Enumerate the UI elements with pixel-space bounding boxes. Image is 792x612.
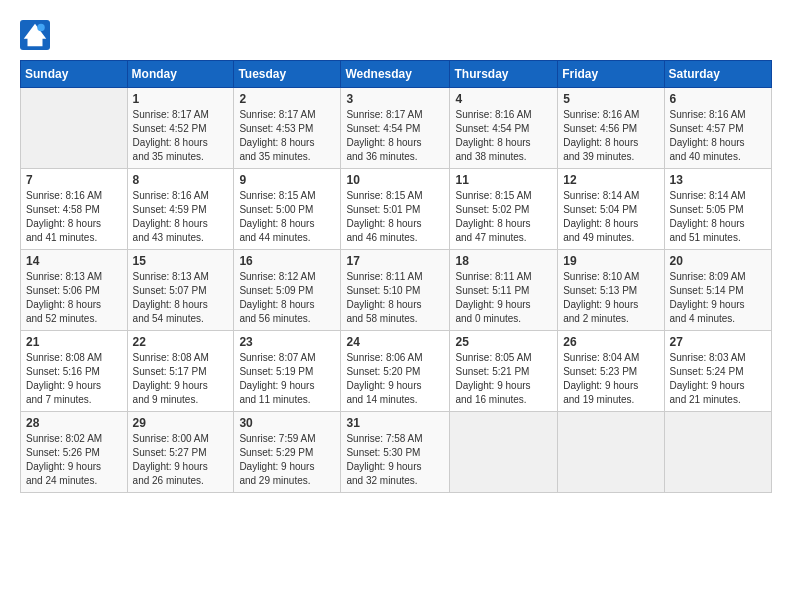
day-info: Sunrise: 8:13 AM Sunset: 5:06 PM Dayligh… (26, 270, 122, 326)
calendar-cell: 18Sunrise: 8:11 AM Sunset: 5:11 PM Dayli… (450, 250, 558, 331)
calendar-cell: 27Sunrise: 8:03 AM Sunset: 5:24 PM Dayli… (664, 331, 771, 412)
day-info: Sunrise: 8:14 AM Sunset: 5:04 PM Dayligh… (563, 189, 658, 245)
day-number: 31 (346, 416, 444, 430)
day-info: Sunrise: 8:15 AM Sunset: 5:02 PM Dayligh… (455, 189, 552, 245)
day-number: 29 (133, 416, 229, 430)
day-of-week-header: Wednesday (341, 61, 450, 88)
calendar-cell: 20Sunrise: 8:09 AM Sunset: 5:14 PM Dayli… (664, 250, 771, 331)
days-header-row: SundayMondayTuesdayWednesdayThursdayFrid… (21, 61, 772, 88)
day-info: Sunrise: 7:59 AM Sunset: 5:29 PM Dayligh… (239, 432, 335, 488)
day-number: 25 (455, 335, 552, 349)
calendar-cell: 12Sunrise: 8:14 AM Sunset: 5:04 PM Dayli… (558, 169, 664, 250)
day-info: Sunrise: 8:16 AM Sunset: 4:58 PM Dayligh… (26, 189, 122, 245)
day-number: 26 (563, 335, 658, 349)
day-info: Sunrise: 8:17 AM Sunset: 4:52 PM Dayligh… (133, 108, 229, 164)
calendar-cell: 13Sunrise: 8:14 AM Sunset: 5:05 PM Dayli… (664, 169, 771, 250)
day-info: Sunrise: 8:08 AM Sunset: 5:17 PM Dayligh… (133, 351, 229, 407)
day-info: Sunrise: 7:58 AM Sunset: 5:30 PM Dayligh… (346, 432, 444, 488)
day-info: Sunrise: 8:07 AM Sunset: 5:19 PM Dayligh… (239, 351, 335, 407)
day-number: 15 (133, 254, 229, 268)
day-info: Sunrise: 8:16 AM Sunset: 4:54 PM Dayligh… (455, 108, 552, 164)
calendar-cell: 15Sunrise: 8:13 AM Sunset: 5:07 PM Dayli… (127, 250, 234, 331)
calendar-cell: 2Sunrise: 8:17 AM Sunset: 4:53 PM Daylig… (234, 88, 341, 169)
day-info: Sunrise: 8:03 AM Sunset: 5:24 PM Dayligh… (670, 351, 766, 407)
day-number: 20 (670, 254, 766, 268)
calendar-week-row: 1Sunrise: 8:17 AM Sunset: 4:52 PM Daylig… (21, 88, 772, 169)
calendar-week-row: 14Sunrise: 8:13 AM Sunset: 5:06 PM Dayli… (21, 250, 772, 331)
day-number: 9 (239, 173, 335, 187)
calendar-cell: 7Sunrise: 8:16 AM Sunset: 4:58 PM Daylig… (21, 169, 128, 250)
day-number: 23 (239, 335, 335, 349)
day-number: 22 (133, 335, 229, 349)
day-info: Sunrise: 8:02 AM Sunset: 5:26 PM Dayligh… (26, 432, 122, 488)
calendar-cell: 3Sunrise: 8:17 AM Sunset: 4:54 PM Daylig… (341, 88, 450, 169)
day-number: 5 (563, 92, 658, 106)
calendar-cell: 30Sunrise: 7:59 AM Sunset: 5:29 PM Dayli… (234, 412, 341, 493)
day-info: Sunrise: 8:15 AM Sunset: 5:00 PM Dayligh… (239, 189, 335, 245)
calendar-cell: 26Sunrise: 8:04 AM Sunset: 5:23 PM Dayli… (558, 331, 664, 412)
calendar-table: SundayMondayTuesdayWednesdayThursdayFrid… (20, 60, 772, 493)
calendar-cell: 19Sunrise: 8:10 AM Sunset: 5:13 PM Dayli… (558, 250, 664, 331)
calendar-cell (450, 412, 558, 493)
day-info: Sunrise: 8:11 AM Sunset: 5:11 PM Dayligh… (455, 270, 552, 326)
day-number: 10 (346, 173, 444, 187)
day-number: 30 (239, 416, 335, 430)
calendar-cell (21, 88, 128, 169)
day-info: Sunrise: 8:16 AM Sunset: 4:56 PM Dayligh… (563, 108, 658, 164)
day-info: Sunrise: 8:15 AM Sunset: 5:01 PM Dayligh… (346, 189, 444, 245)
day-info: Sunrise: 8:14 AM Sunset: 5:05 PM Dayligh… (670, 189, 766, 245)
day-of-week-header: Monday (127, 61, 234, 88)
day-info: Sunrise: 8:06 AM Sunset: 5:20 PM Dayligh… (346, 351, 444, 407)
day-number: 7 (26, 173, 122, 187)
day-number: 21 (26, 335, 122, 349)
day-number: 27 (670, 335, 766, 349)
day-number: 2 (239, 92, 335, 106)
day-info: Sunrise: 8:13 AM Sunset: 5:07 PM Dayligh… (133, 270, 229, 326)
calendar-cell: 23Sunrise: 8:07 AM Sunset: 5:19 PM Dayli… (234, 331, 341, 412)
calendar-cell: 8Sunrise: 8:16 AM Sunset: 4:59 PM Daylig… (127, 169, 234, 250)
day-number: 3 (346, 92, 444, 106)
calendar-cell: 14Sunrise: 8:13 AM Sunset: 5:06 PM Dayli… (21, 250, 128, 331)
calendar-cell: 21Sunrise: 8:08 AM Sunset: 5:16 PM Dayli… (21, 331, 128, 412)
calendar-cell: 22Sunrise: 8:08 AM Sunset: 5:17 PM Dayli… (127, 331, 234, 412)
calendar-cell: 16Sunrise: 8:12 AM Sunset: 5:09 PM Dayli… (234, 250, 341, 331)
logo (20, 20, 54, 50)
calendar-cell: 4Sunrise: 8:16 AM Sunset: 4:54 PM Daylig… (450, 88, 558, 169)
logo-icon (20, 20, 50, 50)
day-info: Sunrise: 8:17 AM Sunset: 4:53 PM Dayligh… (239, 108, 335, 164)
calendar-cell: 25Sunrise: 8:05 AM Sunset: 5:21 PM Dayli… (450, 331, 558, 412)
day-number: 14 (26, 254, 122, 268)
day-info: Sunrise: 8:12 AM Sunset: 5:09 PM Dayligh… (239, 270, 335, 326)
day-info: Sunrise: 8:00 AM Sunset: 5:27 PM Dayligh… (133, 432, 229, 488)
day-info: Sunrise: 8:17 AM Sunset: 4:54 PM Dayligh… (346, 108, 444, 164)
header (20, 20, 772, 50)
day-number: 12 (563, 173, 658, 187)
calendar-week-row: 28Sunrise: 8:02 AM Sunset: 5:26 PM Dayli… (21, 412, 772, 493)
calendar-week-row: 7Sunrise: 8:16 AM Sunset: 4:58 PM Daylig… (21, 169, 772, 250)
calendar-cell: 9Sunrise: 8:15 AM Sunset: 5:00 PM Daylig… (234, 169, 341, 250)
calendar-cell: 11Sunrise: 8:15 AM Sunset: 5:02 PM Dayli… (450, 169, 558, 250)
calendar-cell: 28Sunrise: 8:02 AM Sunset: 5:26 PM Dayli… (21, 412, 128, 493)
calendar-cell: 29Sunrise: 8:00 AM Sunset: 5:27 PM Dayli… (127, 412, 234, 493)
day-of-week-header: Friday (558, 61, 664, 88)
day-number: 16 (239, 254, 335, 268)
svg-point-2 (37, 24, 45, 32)
calendar-cell: 6Sunrise: 8:16 AM Sunset: 4:57 PM Daylig… (664, 88, 771, 169)
day-number: 8 (133, 173, 229, 187)
day-number: 13 (670, 173, 766, 187)
calendar-cell (558, 412, 664, 493)
calendar-cell (664, 412, 771, 493)
calendar-cell: 5Sunrise: 8:16 AM Sunset: 4:56 PM Daylig… (558, 88, 664, 169)
calendar-cell: 10Sunrise: 8:15 AM Sunset: 5:01 PM Dayli… (341, 169, 450, 250)
calendar-cell: 17Sunrise: 8:11 AM Sunset: 5:10 PM Dayli… (341, 250, 450, 331)
day-number: 28 (26, 416, 122, 430)
day-info: Sunrise: 8:11 AM Sunset: 5:10 PM Dayligh… (346, 270, 444, 326)
day-of-week-header: Tuesday (234, 61, 341, 88)
day-info: Sunrise: 8:09 AM Sunset: 5:14 PM Dayligh… (670, 270, 766, 326)
day-of-week-header: Sunday (21, 61, 128, 88)
day-number: 4 (455, 92, 552, 106)
calendar-cell: 31Sunrise: 7:58 AM Sunset: 5:30 PM Dayli… (341, 412, 450, 493)
day-number: 17 (346, 254, 444, 268)
day-info: Sunrise: 8:05 AM Sunset: 5:21 PM Dayligh… (455, 351, 552, 407)
day-info: Sunrise: 8:16 AM Sunset: 4:57 PM Dayligh… (670, 108, 766, 164)
